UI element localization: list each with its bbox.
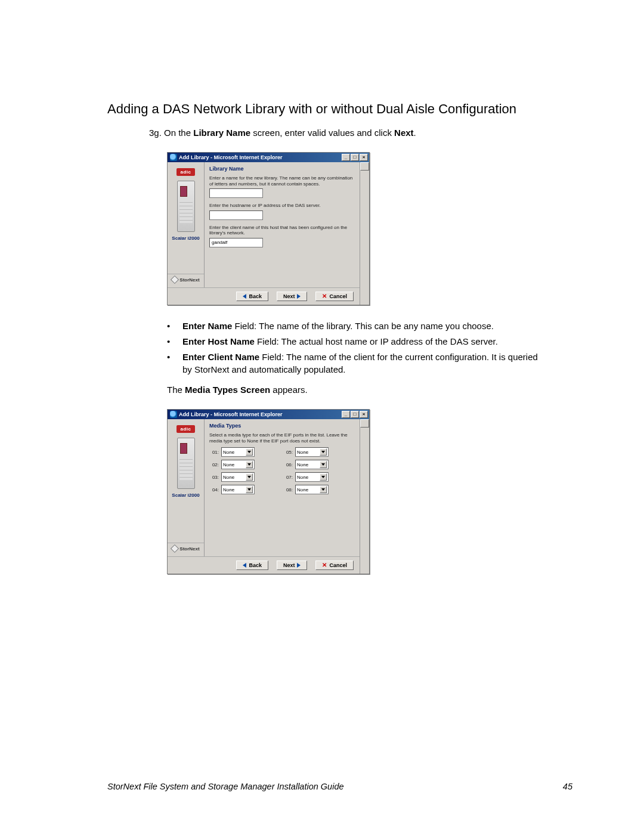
- port-label: 08:: [283, 487, 293, 493]
- port-label: 06:: [283, 462, 293, 467]
- ie-icon: [170, 411, 177, 418]
- minimize-button[interactable]: _: [342, 154, 350, 161]
- tape-library-illustration: [177, 438, 195, 489]
- stornext-icon: [171, 275, 179, 284]
- media-select-01[interactable]: None: [221, 447, 255, 457]
- list-item: • Enter Name Field: The name of the libr…: [167, 320, 549, 333]
- next-screen-text: The Media Types Screen appears.: [167, 385, 572, 395]
- scalar-label: Scalar i2000: [172, 493, 199, 498]
- list-item: • Enter Client Name Field: The name of t…: [167, 351, 549, 377]
- maximize-button[interactable]: □: [351, 411, 359, 418]
- cancel-label: Cancel: [329, 293, 347, 299]
- port-label: 02:: [209, 462, 219, 467]
- bullet-bold: Enter Client Name: [182, 352, 259, 362]
- dialog-title: Add Library - Microsoft Internet Explore…: [179, 411, 283, 417]
- bullet-icon: •: [167, 335, 172, 348]
- scrollbar[interactable]: [360, 162, 369, 305]
- port-label: 01:: [209, 450, 219, 455]
- close-button[interactable]: ×: [360, 154, 368, 161]
- select-value: None: [297, 487, 308, 493]
- close-button[interactable]: ×: [360, 411, 368, 418]
- dialog-titlebar: Add Library - Microsoft Internet Explore…: [168, 410, 369, 419]
- dialog-section-title: Media Types: [209, 423, 355, 429]
- media-select-06[interactable]: None: [295, 460, 329, 469]
- library-name-dialog: Add Library - Microsoft Internet Explore…: [167, 152, 370, 305]
- cancel-button[interactable]: ✕Cancel: [315, 561, 354, 570]
- media-select-04[interactable]: None: [221, 485, 255, 494]
- txt-bold: Media Types Screen: [185, 385, 270, 395]
- client-label: Enter the client name of this host that …: [209, 225, 355, 236]
- media-select-07[interactable]: None: [295, 472, 329, 482]
- port-label: 05:: [283, 450, 293, 455]
- step-bold2: Next: [394, 128, 414, 138]
- maximize-button[interactable]: □: [351, 154, 359, 161]
- txt-pre: The: [167, 385, 185, 395]
- back-button[interactable]: Back: [236, 292, 268, 301]
- media-select-03[interactable]: None: [221, 472, 255, 482]
- bullet-text: Field: The name of the library. This can…: [232, 321, 494, 331]
- host-input[interactable]: [209, 210, 263, 220]
- stornext-label: StorNext: [179, 277, 199, 283]
- scrollbar[interactable]: [360, 419, 369, 574]
- chevron-down-icon: [246, 486, 253, 493]
- next-label: Next: [283, 562, 295, 568]
- bullet-text: Field: The actual host name or IP addres…: [255, 336, 498, 346]
- stornext-icon: [171, 544, 179, 553]
- chevron-down-icon: [246, 473, 253, 481]
- select-value: None: [297, 475, 308, 480]
- step-mid: screen, enter valid values and click: [250, 128, 394, 138]
- select-value: None: [223, 475, 234, 480]
- media-select-08[interactable]: None: [295, 485, 329, 494]
- media-select-02[interactable]: None: [221, 460, 255, 469]
- txt-post: appears.: [270, 385, 308, 395]
- bullet-bold: Enter Host Name: [182, 336, 255, 346]
- bullet-icon: •: [167, 351, 172, 377]
- minimize-button[interactable]: _: [342, 411, 350, 418]
- adic-logo: adic: [177, 425, 194, 433]
- chevron-down-icon: [320, 461, 327, 468]
- next-button[interactable]: Next: [277, 292, 308, 301]
- step-suffix: .: [414, 128, 416, 138]
- cancel-button[interactable]: ✕Cancel: [315, 292, 354, 301]
- dialog-sidebar: adic Scalar i2000 StorNext: [168, 162, 205, 287]
- select-value: None: [223, 450, 234, 455]
- tape-library-illustration: [177, 181, 195, 232]
- scroll-thumb[interactable]: [360, 419, 369, 428]
- host-label: Enter the hostname or IP address of the …: [209, 203, 355, 209]
- media-types-desc: Select a media type for each of the EIF …: [209, 432, 355, 444]
- arrow-right-icon: [297, 294, 301, 299]
- step-bold1: Library Name: [193, 128, 250, 138]
- media-types-grid: 01: None 05: None 02: None 06: None: [209, 447, 355, 494]
- chevron-down-icon: [320, 486, 327, 493]
- step-pre: 3g. On the: [149, 128, 193, 138]
- port-label: 07:: [283, 475, 293, 480]
- scroll-thumb[interactable]: [360, 162, 369, 171]
- port-label: 04:: [209, 487, 219, 493]
- chevron-down-icon: [320, 473, 327, 481]
- back-label: Back: [249, 293, 262, 299]
- arrow-left-icon: [243, 563, 246, 568]
- bullet-bold: Enter Name: [182, 321, 232, 331]
- arrow-right-icon: [297, 563, 301, 568]
- select-value: None: [223, 462, 234, 467]
- next-button[interactable]: Next: [277, 561, 308, 570]
- chevron-down-icon: [320, 448, 327, 456]
- dialog-sidebar: adic Scalar i2000 StorNext: [168, 419, 205, 556]
- section-heading: Adding a DAS Network Library with or wit…: [107, 101, 572, 117]
- dialog-button-row: Back Next ✕Cancel: [168, 556, 360, 574]
- client-input[interactable]: [209, 238, 263, 247]
- page-footer: StorNext File System and Storage Manager…: [107, 782, 572, 791]
- select-value: None: [297, 462, 308, 467]
- port-label: 03:: [209, 475, 219, 480]
- cancel-label: Cancel: [329, 562, 347, 568]
- next-label: Next: [283, 293, 295, 299]
- back-label: Back: [249, 562, 262, 568]
- dialog-titlebar: Add Library - Microsoft Internet Explore…: [168, 153, 369, 162]
- media-select-05[interactable]: None: [295, 447, 329, 457]
- list-item: • Enter Host Name Field: The actual host…: [167, 335, 549, 348]
- back-button[interactable]: Back: [236, 561, 268, 570]
- library-name-input[interactable]: [209, 188, 263, 198]
- x-icon: ✕: [322, 293, 327, 299]
- stornext-label: StorNext: [179, 546, 199, 552]
- library-name-desc: Enter a name for the new library. The na…: [209, 175, 355, 187]
